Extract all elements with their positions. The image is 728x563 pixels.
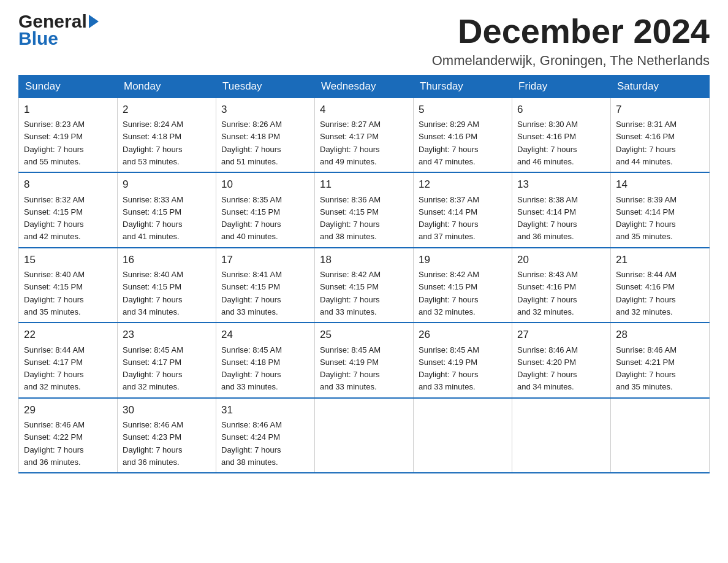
calendar-day-cell: 4Sunrise: 8:27 AMSunset: 4:17 PMDaylight… (315, 98, 414, 172)
day-info: Sunrise: 8:46 AMSunset: 4:21 PMDaylight:… (616, 345, 677, 392)
day-info: Sunrise: 8:40 AMSunset: 4:15 PMDaylight:… (123, 270, 183, 316)
day-number: 21 (616, 252, 704, 268)
day-info: Sunrise: 8:41 AMSunset: 4:15 PMDaylight:… (221, 270, 282, 316)
day-info: Sunrise: 8:32 AMSunset: 4:15 PMDaylight:… (24, 195, 85, 242)
day-info: Sunrise: 8:36 AMSunset: 4:15 PMDaylight:… (320, 195, 381, 242)
logo: General Blue (18, 12, 99, 49)
calendar-day-header: Thursday (414, 75, 512, 98)
day-info: Sunrise: 8:26 AMSunset: 4:18 PMDaylight:… (221, 120, 282, 166)
day-info: Sunrise: 8:38 AMSunset: 4:14 PMDaylight:… (517, 195, 578, 242)
day-info: Sunrise: 8:44 AMSunset: 4:16 PMDaylight:… (616, 270, 677, 316)
calendar-day-cell: 25Sunrise: 8:45 AMSunset: 4:19 PMDayligh… (315, 323, 414, 398)
calendar-day-cell: 3Sunrise: 8:26 AMSunset: 4:18 PMDaylight… (216, 98, 315, 172)
calendar-day-cell: 31Sunrise: 8:46 AMSunset: 4:24 PMDayligh… (216, 398, 315, 473)
page-header: General Blue December 2024 Ommelanderwij… (18, 12, 710, 69)
day-info: Sunrise: 8:39 AMSunset: 4:14 PMDaylight:… (616, 195, 677, 242)
calendar-day-cell (611, 398, 710, 473)
calendar-day-cell: 18Sunrise: 8:42 AMSunset: 4:15 PMDayligh… (315, 248, 414, 323)
day-number: 27 (517, 327, 605, 343)
calendar-day-cell: 29Sunrise: 8:46 AMSunset: 4:22 PMDayligh… (19, 398, 118, 473)
day-number: 17 (221, 252, 309, 268)
day-number: 12 (419, 177, 507, 193)
day-number: 30 (123, 402, 211, 418)
day-info: Sunrise: 8:27 AMSunset: 4:17 PMDaylight:… (320, 120, 381, 166)
location-title: Ommelanderwijk, Groningen, The Netherlan… (432, 53, 710, 69)
logo-line2: Blue (18, 28, 58, 49)
day-number: 18 (320, 252, 408, 268)
day-number: 23 (123, 327, 211, 343)
day-number: 28 (616, 327, 704, 343)
day-info: Sunrise: 8:46 AMSunset: 4:20 PMDaylight:… (517, 345, 578, 392)
calendar-day-cell (512, 398, 611, 473)
day-number: 9 (123, 177, 211, 193)
day-info: Sunrise: 8:30 AMSunset: 4:16 PMDaylight:… (517, 120, 578, 166)
calendar-day-header: Tuesday (216, 75, 315, 98)
day-info: Sunrise: 8:42 AMSunset: 4:15 PMDaylight:… (419, 270, 479, 316)
day-number: 1 (24, 102, 112, 118)
calendar-day-header: Monday (118, 75, 216, 98)
calendar-header-row: SundayMondayTuesdayWednesdayThursdayFrid… (19, 75, 710, 98)
day-number: 4 (320, 102, 408, 118)
day-number: 6 (517, 102, 605, 118)
calendar-day-cell: 23Sunrise: 8:45 AMSunset: 4:17 PMDayligh… (118, 323, 216, 398)
calendar-day-cell: 19Sunrise: 8:42 AMSunset: 4:15 PMDayligh… (414, 248, 512, 323)
calendar-week-row: 8Sunrise: 8:32 AMSunset: 4:15 PMDaylight… (19, 172, 710, 248)
day-info: Sunrise: 8:43 AMSunset: 4:16 PMDaylight:… (517, 270, 578, 316)
calendar-day-cell: 30Sunrise: 8:46 AMSunset: 4:23 PMDayligh… (118, 398, 216, 473)
day-info: Sunrise: 8:45 AMSunset: 4:17 PMDaylight:… (123, 345, 183, 392)
calendar-week-row: 1Sunrise: 8:23 AMSunset: 4:19 PMDaylight… (19, 98, 710, 172)
day-info: Sunrise: 8:44 AMSunset: 4:17 PMDaylight:… (24, 345, 85, 392)
day-number: 19 (419, 252, 507, 268)
calendar-day-cell: 10Sunrise: 8:35 AMSunset: 4:15 PMDayligh… (216, 172, 315, 248)
day-number: 26 (419, 327, 507, 343)
day-info: Sunrise: 8:24 AMSunset: 4:18 PMDaylight:… (123, 120, 183, 166)
calendar-day-cell: 22Sunrise: 8:44 AMSunset: 4:17 PMDayligh… (19, 323, 118, 398)
day-info: Sunrise: 8:42 AMSunset: 4:15 PMDaylight:… (320, 270, 381, 316)
day-info: Sunrise: 8:33 AMSunset: 4:15 PMDaylight:… (123, 195, 183, 242)
calendar-day-cell: 20Sunrise: 8:43 AMSunset: 4:16 PMDayligh… (512, 248, 611, 323)
calendar-day-cell: 9Sunrise: 8:33 AMSunset: 4:15 PMDaylight… (118, 172, 216, 248)
day-number: 14 (616, 177, 704, 193)
day-number: 25 (320, 327, 408, 343)
calendar-day-cell: 13Sunrise: 8:38 AMSunset: 4:14 PMDayligh… (512, 172, 611, 248)
calendar-day-header: Sunday (19, 75, 118, 98)
title-block: December 2024 Ommelanderwijk, Groningen,… (432, 12, 710, 69)
calendar-day-cell: 14Sunrise: 8:39 AMSunset: 4:14 PMDayligh… (611, 172, 710, 248)
calendar-table: SundayMondayTuesdayWednesdayThursdayFrid… (18, 75, 710, 474)
calendar-week-row: 22Sunrise: 8:44 AMSunset: 4:17 PMDayligh… (19, 323, 710, 398)
day-info: Sunrise: 8:40 AMSunset: 4:15 PMDaylight:… (24, 270, 85, 316)
day-info: Sunrise: 8:45 AMSunset: 4:18 PMDaylight:… (221, 345, 282, 392)
day-number: 3 (221, 102, 309, 118)
calendar-day-cell (315, 398, 414, 473)
calendar-day-cell: 15Sunrise: 8:40 AMSunset: 4:15 PMDayligh… (19, 248, 118, 323)
day-info: Sunrise: 8:46 AMSunset: 4:22 PMDaylight:… (24, 420, 85, 467)
day-number: 13 (517, 177, 605, 193)
day-number: 15 (24, 252, 112, 268)
day-number: 10 (221, 177, 309, 193)
calendar-week-row: 15Sunrise: 8:40 AMSunset: 4:15 PMDayligh… (19, 248, 710, 323)
calendar-day-cell: 8Sunrise: 8:32 AMSunset: 4:15 PMDaylight… (19, 172, 118, 248)
day-info: Sunrise: 8:37 AMSunset: 4:14 PMDaylight:… (419, 195, 479, 242)
logo-arrow-icon (89, 15, 99, 28)
calendar-day-cell (414, 398, 512, 473)
day-info: Sunrise: 8:35 AMSunset: 4:15 PMDaylight:… (221, 195, 282, 242)
calendar-day-cell: 11Sunrise: 8:36 AMSunset: 4:15 PMDayligh… (315, 172, 414, 248)
day-number: 22 (24, 327, 112, 343)
calendar-day-cell: 12Sunrise: 8:37 AMSunset: 4:14 PMDayligh… (414, 172, 512, 248)
day-number: 7 (616, 102, 704, 118)
day-number: 24 (221, 327, 309, 343)
calendar-day-cell: 21Sunrise: 8:44 AMSunset: 4:16 PMDayligh… (611, 248, 710, 323)
calendar-day-cell: 16Sunrise: 8:40 AMSunset: 4:15 PMDayligh… (118, 248, 216, 323)
day-number: 29 (24, 402, 112, 418)
day-info: Sunrise: 8:29 AMSunset: 4:16 PMDaylight:… (419, 120, 479, 166)
day-number: 31 (221, 402, 309, 418)
day-number: 11 (320, 177, 408, 193)
month-title: December 2024 (432, 12, 710, 50)
day-number: 16 (123, 252, 211, 268)
calendar-day-cell: 2Sunrise: 8:24 AMSunset: 4:18 PMDaylight… (118, 98, 216, 172)
day-number: 5 (419, 102, 507, 118)
calendar-day-cell: 7Sunrise: 8:31 AMSunset: 4:16 PMDaylight… (611, 98, 710, 172)
calendar-day-cell: 17Sunrise: 8:41 AMSunset: 4:15 PMDayligh… (216, 248, 315, 323)
calendar-day-cell: 26Sunrise: 8:45 AMSunset: 4:19 PMDayligh… (414, 323, 512, 398)
calendar-day-cell: 28Sunrise: 8:46 AMSunset: 4:21 PMDayligh… (611, 323, 710, 398)
